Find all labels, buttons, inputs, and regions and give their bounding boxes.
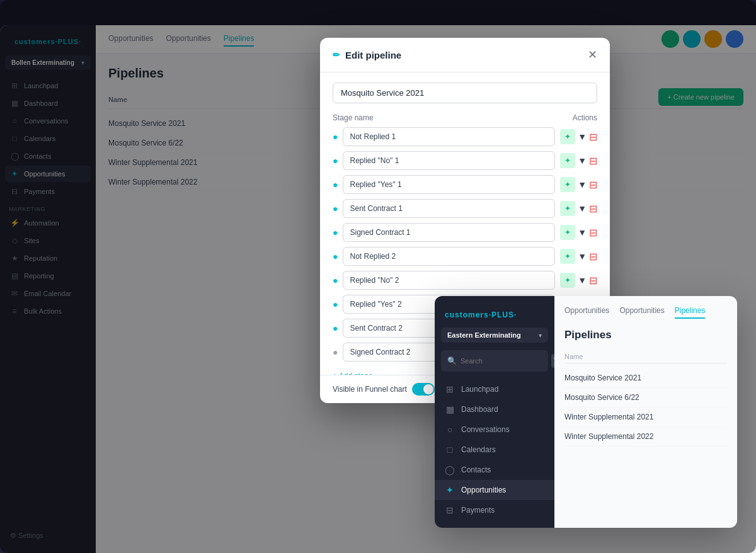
floating-nav-conversations[interactable]: ○ Conversations bbox=[435, 419, 554, 440]
stage-row: ● ✦ ▼ ⊟ bbox=[333, 199, 597, 218]
contacts-icon: ◯ bbox=[445, 465, 455, 475]
stage-row: ● ✦ ▼ ⊟ bbox=[333, 271, 597, 290]
payments-icon: ⊟ bbox=[445, 505, 455, 515]
floating-nav-dashboard[interactable]: ▦ Dashboard bbox=[435, 399, 554, 419]
stage-filter-button[interactable]: ▼ bbox=[578, 275, 587, 285]
add-stage-button[interactable]: + Add stage bbox=[333, 367, 373, 375]
stage-row: ● ✦ ▼ ⊟ bbox=[333, 223, 597, 242]
stage-row: ● ✦ ▼ ⊟ bbox=[333, 127, 597, 146]
stage-add-button[interactable]: ✦ bbox=[560, 225, 575, 240]
stage-row: ● ✦ ▼ ⊟ bbox=[333, 151, 597, 170]
stage-filter-button[interactable]: ▼ bbox=[578, 251, 587, 261]
floating-nav-calendars[interactable]: □ Calendars bbox=[435, 440, 554, 460]
search-icon: 🔍 bbox=[447, 356, 457, 365]
check-icon: ● bbox=[333, 180, 338, 190]
check-icon: ● bbox=[333, 132, 338, 142]
stage-header-row: Stage name Actions bbox=[333, 113, 597, 122]
actions-header: Actions bbox=[573, 113, 597, 122]
floating-table-row[interactable]: Winter Supplemental 2022 bbox=[564, 427, 727, 447]
stage-filter-button[interactable]: ▼ bbox=[578, 180, 587, 190]
funnel-chart-label: Visible in Funnel chart bbox=[333, 385, 407, 394]
stage-actions: ✦ ▼ ⊟ bbox=[560, 129, 597, 144]
floating-search-box[interactable]: 🔍 ctrl K + bbox=[441, 350, 548, 372]
check-icon: ● bbox=[333, 275, 338, 285]
floating-logo: customers·PLUS· bbox=[435, 304, 554, 328]
stage-add-button[interactable]: ✦ bbox=[560, 129, 575, 144]
modal-header: ✏ Edit pipeline ✕ bbox=[320, 38, 610, 72]
floating-company-selector[interactable]: Eastern Exterminating ▾ bbox=[441, 328, 548, 343]
floating-company-name: Eastern Exterminating bbox=[447, 331, 521, 339]
stage-name-header: Stage name bbox=[333, 113, 374, 122]
floating-tab-opportunities2[interactable]: Opportunities bbox=[619, 306, 664, 319]
stage-add-button[interactable]: ✦ bbox=[560, 153, 575, 168]
stage-filter-button[interactable]: ▼ bbox=[578, 132, 587, 142]
floating-nav-label: Conversations bbox=[461, 425, 510, 434]
check-icon: ● bbox=[333, 203, 338, 214]
stage-add-button[interactable]: ✦ bbox=[560, 201, 575, 216]
floating-search-input[interactable] bbox=[461, 357, 547, 365]
minus-icon: ● bbox=[333, 347, 338, 357]
floating-table-row[interactable]: Winter Supplemental 2021 bbox=[564, 408, 727, 427]
modal-title: ✏ Edit pipeline bbox=[333, 50, 401, 60]
stage-delete-button[interactable]: ⊟ bbox=[589, 251, 597, 263]
stage-input[interactable] bbox=[343, 151, 555, 170]
floating-tab-group: Opportunities Opportunities Pipelines bbox=[564, 306, 727, 319]
stage-actions: ✦ ▼ ⊟ bbox=[560, 153, 597, 168]
stage-delete-button[interactable]: ⊟ bbox=[589, 155, 597, 167]
calendars-icon: □ bbox=[445, 445, 455, 455]
floating-nav-label: Dashboard bbox=[461, 405, 498, 414]
floating-table-header: Name bbox=[564, 350, 727, 363]
check-icon: ● bbox=[333, 156, 338, 166]
stage-actions: ✦ ▼ ⊟ bbox=[560, 249, 597, 264]
floating-main-panel: Opportunities Opportunities Pipelines Pi… bbox=[554, 296, 737, 528]
stage-add-button[interactable]: ✦ bbox=[560, 177, 575, 192]
stage-input[interactable] bbox=[343, 247, 555, 266]
floating-tab-opportunities[interactable]: Opportunities bbox=[564, 306, 609, 319]
stage-filter-button[interactable]: ▼ bbox=[578, 227, 587, 237]
stage-add-button[interactable]: ✦ bbox=[560, 249, 575, 264]
stage-input[interactable] bbox=[343, 127, 555, 146]
stage-input[interactable] bbox=[343, 175, 555, 194]
floating-nav-label: Calendars bbox=[461, 445, 496, 454]
pipeline-name-input[interactable] bbox=[333, 83, 597, 103]
stage-input[interactable] bbox=[343, 223, 555, 242]
floating-nav-opportunities[interactable]: ✦ Opportunities bbox=[435, 480, 554, 500]
stage-row: ● ✦ ▼ ⊟ bbox=[333, 247, 597, 266]
floating-page-title: Pipelines bbox=[564, 329, 727, 341]
stage-add-button[interactable]: ✦ bbox=[560, 273, 575, 288]
check-icon: ● bbox=[333, 227, 338, 237]
opportunities-icon: ✦ bbox=[445, 485, 455, 495]
stage-input[interactable] bbox=[343, 271, 555, 290]
floating-nav-label: Launchpad bbox=[461, 385, 498, 394]
funnel-chart-toggle[interactable] bbox=[412, 383, 435, 396]
floating-card: customers·PLUS· Eastern Exterminating ▾ … bbox=[435, 296, 737, 528]
stage-delete-button[interactable]: ⊟ bbox=[589, 275, 597, 287]
stage-actions: ✦ ▼ ⊟ bbox=[560, 177, 597, 192]
floating-nav-contacts[interactable]: ◯ Contacts bbox=[435, 460, 554, 480]
chevron-down-icon: ▾ bbox=[539, 332, 542, 339]
check-icon: ● bbox=[333, 299, 338, 309]
modal-close-button[interactable]: ✕ bbox=[588, 48, 597, 62]
stage-input[interactable] bbox=[343, 199, 555, 218]
stage-delete-button[interactable]: ⊟ bbox=[589, 227, 597, 239]
floating-nav-launchpad[interactable]: ⊞ Launchpad bbox=[435, 379, 554, 399]
stage-filter-button[interactable]: ▼ bbox=[578, 156, 587, 166]
stage-delete-button[interactable]: ⊟ bbox=[589, 131, 597, 143]
stage-delete-button[interactable]: ⊟ bbox=[589, 203, 597, 215]
stage-actions: ✦ ▼ ⊟ bbox=[560, 201, 597, 216]
stage-row: ● ✦ ▼ ⊟ bbox=[333, 175, 597, 194]
floating-table-row[interactable]: Mosquito Service 6/22 bbox=[564, 388, 727, 408]
edit-icon: ✏ bbox=[333, 50, 340, 60]
floating-nav-label: Payments bbox=[461, 506, 495, 515]
stage-actions: ✦ ▼ ⊟ bbox=[560, 225, 597, 240]
floating-sidebar: customers·PLUS· Eastern Exterminating ▾ … bbox=[435, 296, 554, 528]
stage-delete-button[interactable]: ⊟ bbox=[589, 179, 597, 191]
floating-nav-payments[interactable]: ⊟ Payments bbox=[435, 500, 554, 520]
floating-table-row[interactable]: Mosquito Service 2021 bbox=[564, 368, 727, 388]
floating-logo-text: customers·PLUS· bbox=[445, 311, 517, 319]
floating-tab-pipelines[interactable]: Pipelines bbox=[675, 306, 706, 319]
funnel-chart-toggle-group: Visible in Funnel chart bbox=[333, 383, 435, 396]
floating-nav-label: Contacts bbox=[461, 465, 491, 474]
stage-filter-button[interactable]: ▼ bbox=[578, 203, 587, 214]
dashboard-icon: ▦ bbox=[445, 404, 455, 414]
